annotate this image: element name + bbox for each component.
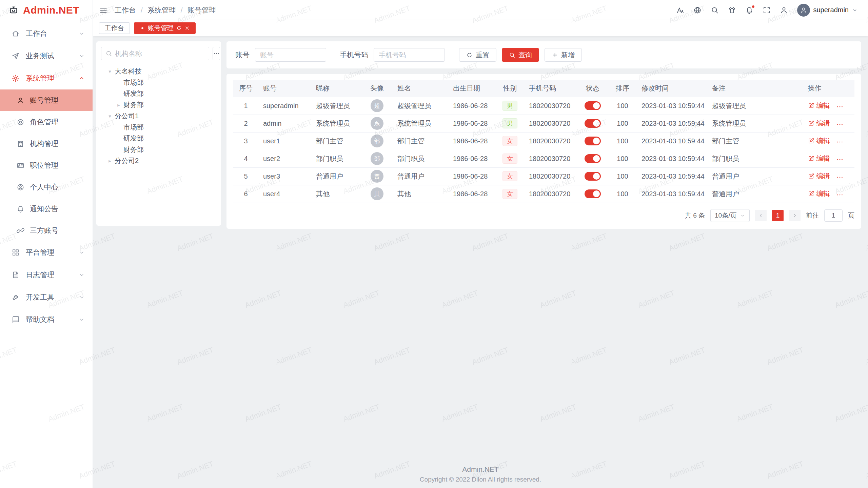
status-toggle[interactable] (585, 154, 601, 163)
more-icon (213, 50, 220, 57)
tab-label: 账号管理 (148, 24, 174, 33)
cell-name: 普通用户 (393, 167, 448, 185)
edit-button[interactable]: 编辑 (808, 101, 830, 110)
font-size-button[interactable] (676, 6, 684, 14)
user-config-button[interactable] (780, 6, 788, 14)
org-more-button[interactable] (213, 47, 220, 60)
accounts-table-card: 序号账号昵称头像姓名出生日期性别手机号码状态排序修改时间备注操作 1supera… (226, 74, 861, 229)
cell-modified-time: 2023-01-03 10:59:44 (637, 150, 707, 167)
tree-caret-icon[interactable]: ▸ (105, 158, 115, 164)
sidebar-item-org-management[interactable]: 机构管理 (0, 133, 93, 155)
sidebar-item-position-management[interactable]: 职位管理 (0, 155, 93, 176)
sidebar-item-account-management[interactable]: 账号管理 (0, 89, 93, 111)
tree-node[interactable]: ▾大名科技 (101, 66, 216, 77)
language-button[interactable] (693, 6, 702, 14)
tree-caret-icon[interactable]: ▸ (114, 102, 123, 108)
cell-operations: 编辑 (803, 167, 854, 185)
sidebar-item-label: 三方账号 (30, 226, 85, 235)
status-toggle[interactable] (585, 101, 601, 110)
search-toolbar: 账号 手机号码 重置 查询 新增 (226, 41, 861, 68)
search-icon (105, 50, 112, 57)
app-logo[interactable]: Admin.NET (0, 0, 93, 20)
row-more-button[interactable] (836, 121, 844, 128)
fullscreen-button[interactable] (763, 6, 771, 14)
sidebar-item-label: 帮助文档 (26, 315, 78, 324)
cell-seq: 4 (233, 150, 258, 167)
tree-node[interactable]: 研发部 (101, 133, 216, 144)
tree-node[interactable]: ▸财务部 (101, 99, 216, 110)
tab-close-button[interactable] (184, 25, 190, 31)
sidebar-item-notice-announcement[interactable]: 通知公告 (0, 198, 93, 220)
edit-button[interactable]: 编辑 (808, 171, 830, 181)
edit-button[interactable]: 编辑 (808, 119, 830, 128)
tree-node[interactable]: 研发部 (101, 88, 216, 99)
page-unit-label: 页 (848, 211, 854, 220)
tree-node[interactable]: 市场部 (101, 77, 216, 88)
cell-remark: 部门主管 (707, 132, 803, 150)
book-icon (12, 316, 20, 324)
sidebar-item-personal-center[interactable]: 个人中心 (0, 176, 93, 198)
cell-modified-time: 2023-01-03 10:59:44 (637, 115, 707, 132)
tab-workbench[interactable]: 工作台 (99, 22, 130, 34)
sidebar-item-workbench[interactable]: 工作台 (0, 22, 93, 45)
row-more-button[interactable] (836, 103, 844, 110)
sidebar-item-label: 日志管理 (26, 270, 78, 280)
edit-button[interactable]: 编辑 (808, 136, 830, 145)
breadcrumb-item[interactable]: 系统管理 (147, 5, 176, 15)
sidebar-item-role-management[interactable]: 角色管理 (0, 111, 93, 133)
edit-icon (808, 102, 814, 109)
header-search-button[interactable] (711, 6, 719, 14)
grid-icon (12, 248, 20, 257)
account-input[interactable] (255, 48, 326, 62)
row-more-button[interactable] (836, 174, 844, 181)
more-icon (836, 103, 844, 110)
reset-button[interactable]: 重置 (459, 48, 496, 62)
sidebar-item-log-management[interactable]: 日志管理 (0, 264, 93, 286)
sidebar-item-business-test[interactable]: 业务测试 (0, 45, 93, 67)
menu-collapse-button[interactable] (99, 6, 108, 15)
row-more-button[interactable] (836, 191, 844, 199)
next-page-button[interactable] (789, 210, 801, 221)
theme-button[interactable] (728, 6, 736, 14)
cell-modified-time: 2023-01-03 10:59:44 (637, 185, 707, 203)
user-menu[interactable]: superadmin (797, 4, 858, 17)
goto-page-input[interactable] (824, 209, 843, 222)
sidebar-item-label: 职位管理 (30, 161, 85, 170)
breadcrumb-item[interactable]: 工作台 (115, 5, 136, 15)
sidebar-item-dev-tools[interactable]: 开发工具 (0, 286, 93, 308)
sidebar-item-label: 通知公告 (30, 204, 85, 214)
gender-tag: 女 (502, 154, 517, 164)
sidebar-item-system-management[interactable]: 系统管理 (0, 67, 93, 89)
send-icon (12, 52, 20, 60)
tree-node[interactable]: ▾分公司1 (101, 110, 216, 122)
add-button[interactable]: 新增 (545, 48, 582, 62)
tree-node[interactable]: 市场部 (101, 122, 216, 133)
edit-button[interactable]: 编辑 (808, 189, 830, 198)
phone-input[interactable] (374, 48, 445, 62)
tree-node[interactable]: ▸分公司2 (101, 155, 216, 166)
row-more-button[interactable] (836, 138, 844, 146)
page-1-button[interactable]: 1 (772, 210, 784, 221)
sidebar-item-help-docs[interactable]: 帮助文档 (0, 308, 93, 331)
tab-refresh-button[interactable] (176, 25, 182, 31)
status-toggle[interactable] (585, 137, 601, 145)
prev-page-button[interactable] (755, 210, 767, 221)
tab-account-management[interactable]: 账号管理 (134, 22, 196, 34)
query-button[interactable]: 查询 (502, 48, 539, 62)
column-header: 修改时间 (637, 80, 707, 97)
status-toggle[interactable] (585, 119, 601, 128)
tree-caret-icon[interactable]: ▾ (105, 113, 115, 119)
tree-node[interactable]: 财务部 (101, 144, 216, 155)
pagination-total: 共 6 条 (685, 211, 705, 220)
status-toggle[interactable] (585, 172, 601, 181)
edit-button[interactable]: 编辑 (808, 154, 830, 163)
sidebar-item-third-party-account[interactable]: 三方账号 (0, 220, 93, 241)
status-toggle[interactable] (585, 189, 601, 198)
page-size-select[interactable]: 10条/页 (710, 209, 750, 222)
row-more-button[interactable] (836, 156, 844, 163)
notification-button[interactable] (745, 6, 753, 14)
cell-birth-date: 1986-06-28 (448, 97, 496, 115)
sidebar-item-platform-management[interactable]: 平台管理 (0, 241, 93, 264)
org-search-input[interactable] (115, 50, 205, 58)
tree-caret-icon[interactable]: ▾ (105, 68, 115, 75)
